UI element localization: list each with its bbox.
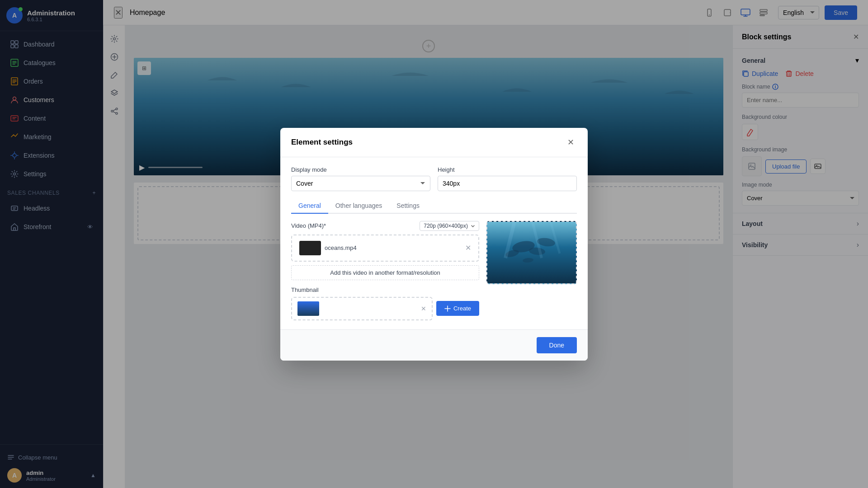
modal-body: Display mode Cover Contain Stretch Auto … [280, 157, 588, 329]
modal-title: Element settings [291, 138, 353, 147]
modal-header: Element settings ✕ [280, 128, 588, 157]
create-btn[interactable]: Create [436, 301, 479, 316]
modal-content-row: Video (MP4)* 720p (960×400px) oceans.mp4… [291, 221, 577, 320]
thumbnail-remove-btn[interactable]: ✕ [421, 305, 426, 312]
tab-general[interactable]: General [291, 198, 328, 214]
resolution-badge: 720p (960×400px) [420, 221, 479, 231]
video-label: Video (MP4)* 720p (960×400px) [291, 221, 479, 231]
height-group: Height [438, 166, 577, 191]
resolution-text: 720p (960×400px) [424, 223, 468, 229]
create-label: Create [453, 305, 471, 312]
thumbnail-img [297, 301, 319, 316]
modal-overlay[interactable]: Element settings ✕ Display mode Cover Co… [0, 0, 868, 488]
element-settings-modal: Element settings ✕ Display mode Cover Co… [280, 128, 588, 361]
tab-settings[interactable]: Settings [389, 198, 427, 214]
svg-rect-30 [297, 301, 319, 316]
video-file-row: oceans.mp4 ✕ [299, 241, 471, 255]
video-label-text: Video (MP4)* [291, 222, 326, 229]
video-filename: oceans.mp4 [325, 244, 462, 251]
height-label: Height [438, 166, 577, 173]
tab-other-languages[interactable]: Other languages [328, 198, 390, 214]
thumbnail-label: Thumbnail [291, 286, 479, 293]
display-height-row: Display mode Cover Contain Stretch Auto … [291, 166, 577, 191]
thumbnail-upload[interactable]: ✕ [291, 297, 433, 320]
display-mode-label: Display mode [291, 166, 430, 173]
modal-content-left: Video (MP4)* 720p (960×400px) oceans.mp4… [291, 221, 479, 320]
modal-tabs: General Other languages Settings [291, 198, 577, 214]
done-btn[interactable]: Done [537, 337, 577, 353]
thumbnail-area: ✕ Create [291, 297, 479, 320]
height-input[interactable] [438, 176, 577, 191]
video-remove-btn[interactable]: ✕ [465, 244, 471, 252]
display-mode-select[interactable]: Cover Contain Stretch Auto [291, 176, 430, 191]
modal-preview [486, 221, 577, 284]
modal-footer: Done [280, 329, 588, 361]
video-upload-area: oceans.mp4 ✕ [291, 235, 479, 262]
display-mode-group: Display mode Cover Contain Stretch Auto [291, 166, 430, 191]
modal-close-btn[interactable]: ✕ [564, 136, 577, 149]
add-format-btn[interactable]: Add this video in another format/resolut… [291, 265, 479, 280]
video-thumbnail [299, 241, 321, 255]
